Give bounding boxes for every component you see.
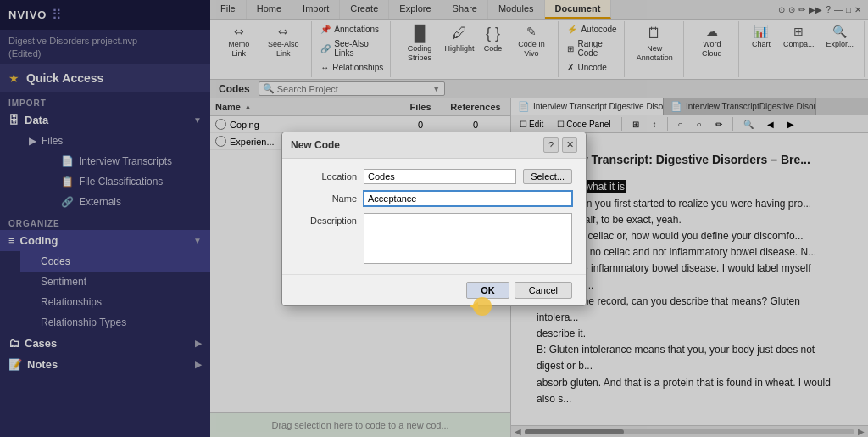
new-code-dialog: New Code ? ✕ Location Select... Name Des… [281, 132, 587, 306]
modal-title: New Code [291, 139, 340, 151]
modal-ok-button[interactable]: OK [466, 282, 509, 299]
modal-titlebar: New Code ? ✕ [282, 132, 586, 159]
modal-field-name: Name [296, 191, 572, 206]
modal-description-label: Description [296, 213, 357, 226]
modal-name-label: Name [296, 191, 357, 204]
modal-location-label: Location [296, 169, 357, 182]
modal-field-description: Description [296, 213, 572, 264]
modal-titlebar-buttons: ? ✕ [543, 137, 577, 153]
modal-name-input[interactable] [364, 191, 572, 206]
modal-close-button[interactable]: ✕ [562, 137, 577, 153]
modal-field-location: Location Select... [296, 169, 572, 184]
modal-location-input[interactable] [364, 169, 516, 184]
modal-select-button[interactable]: Select... [523, 169, 572, 184]
modal-cancel-button[interactable]: Cancel [515, 282, 572, 299]
modal-overlay: New Code ? ✕ Location Select... Name Des… [0, 0, 868, 437]
modal-description-input[interactable] [364, 213, 572, 264]
modal-body: Location Select... Name Description [282, 159, 586, 274]
modal-footer: OK Cancel [282, 274, 586, 305]
modal-help-button[interactable]: ? [543, 137, 559, 153]
